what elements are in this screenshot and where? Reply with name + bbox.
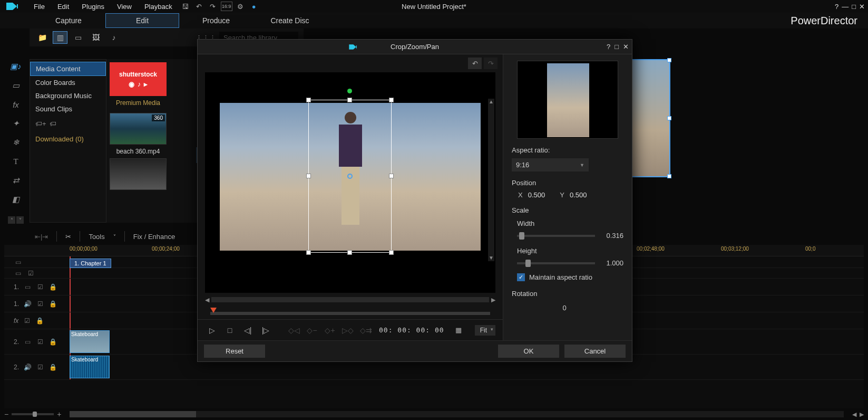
import-icon[interactable]: 📁 [35,31,50,44]
crop-handle-bl[interactable] [306,250,311,255]
maintain-aspect-checkbox[interactable]: ✓ [517,273,525,281]
timecode[interactable]: 00: 00: 00: 00 [379,326,444,334]
aspect-ratio-badge[interactable]: 16:9 [221,2,232,11]
tab-capture[interactable]: Capture [32,14,105,27]
crop-rectangle[interactable] [308,100,392,253]
track-toggle-icon[interactable]: ▭ [14,269,22,278]
fix-enhance-button[interactable]: Fix / Enhance [133,233,175,241]
scissors-icon[interactable]: ✂ [65,233,71,241]
pip-room-icon[interactable]: ✦ [7,116,24,131]
play-icon[interactable]: ▷ [205,324,219,337]
scroll-left-icon[interactable]: ◀ [852,411,856,418]
lock-icon[interactable]: 🔒 [48,300,57,308]
tab-create-disc[interactable]: Create Disc [253,14,327,27]
collapse-up-icon[interactable]: ˄ [8,216,15,224]
kf-prev-icon[interactable]: ◇◁ [287,324,301,337]
visible-icon[interactable]: ☑ [36,338,44,346]
text-room-icon[interactable]: T [7,154,24,169]
timeline-clip-audio[interactable]: Skateboard [70,356,110,378]
cat-media-content[interactable]: Media Content [30,62,106,76]
menu-plugins[interactable]: Plugins [76,2,110,12]
audio-filter-icon[interactable]: ♪ [106,31,121,44]
lock-icon[interactable]: 🔒 [48,283,57,291]
kf-copy-icon[interactable]: ◇⇉ [359,324,373,337]
menu-file[interactable]: File [28,2,50,12]
visible-icon[interactable]: ☑ [36,300,44,308]
menu-playback[interactable]: Playback [139,2,178,12]
save-icon[interactable]: 🖫 [180,2,191,11]
pos-y-value[interactable]: 0.500 [570,191,587,199]
close-icon[interactable]: ✕ [859,3,865,11]
safezone-icon[interactable]: ▦ [452,324,465,337]
timeline-scrollbar[interactable] [70,411,844,417]
tag-add-icon[interactable]: 🏷+ [35,120,46,128]
handle-tr[interactable] [667,58,671,62]
dialog-close-icon[interactable]: ✕ [623,43,629,51]
lock-icon[interactable]: 🔒 [35,317,44,325]
editor-seekbar[interactable] [205,308,495,319]
prev-frame-icon[interactable]: ◁| [241,324,255,337]
pos-x-value[interactable]: 0.500 [528,191,545,199]
kf-remove-icon[interactable]: ◇− [305,324,319,337]
dialog-maximize-icon[interactable]: □ [615,43,619,51]
cat-sound-clips[interactable]: Sound Clips [30,102,106,116]
tools-dropdown[interactable]: Tools [89,233,104,241]
editor-hscroll[interactable]: ◀▶ [205,295,495,304]
height-value[interactable]: 1.000 [600,259,623,267]
handle-br[interactable] [667,174,671,178]
dialog-titlebar[interactable]: Crop/Zoom/Pan ? □ ✕ [198,40,632,54]
zoom-slider[interactable] [12,413,54,415]
dialog-help-icon[interactable]: ? [607,43,610,51]
zoom-fit-dropdown[interactable]: Fit [475,325,495,336]
undo-icon[interactable]: ↶ [193,2,205,11]
maximize-icon[interactable]: □ [852,3,856,11]
shutterstock-tile[interactable]: shutterstock ◉ ♪ ▸ [110,62,167,96]
editor-vscroll[interactable]: ▲▼ [488,99,494,261]
rotate-handle[interactable] [347,89,352,93]
rotation-value[interactable]: 0 [533,302,596,314]
premium-media-label[interactable]: Premium Media [110,96,167,113]
redo-icon[interactable]: ↷ [207,2,219,11]
audio-room-icon[interactable]: ◧ [7,192,24,207]
reset-button[interactable]: Reset [204,345,265,358]
settings-icon[interactable]: ⚙ [235,2,246,11]
media-thumb-2[interactable] [110,158,167,190]
scroll-right-icon[interactable]: ▶ [860,411,864,418]
width-value[interactable]: 0.316 [600,232,623,240]
crop-handle-tl[interactable] [306,98,311,102]
media-thumb[interactable]: 360 [110,113,167,145]
zoom-out-icon[interactable]: − [4,410,8,418]
fx-room-icon[interactable]: fx [7,97,24,112]
crop-canvas[interactable]: ▲▼ [205,72,495,293]
zoom-in-icon[interactable]: + [57,410,61,418]
cancel-button[interactable]: Cancel [564,345,626,358]
crop-handle-br[interactable] [389,250,394,255]
stop-icon[interactable]: □ [223,324,237,337]
split-align-icon[interactable]: ⇤|⇥ [35,233,48,241]
editor-redo-icon[interactable]: ↷ [484,58,498,69]
crop-handle-rm[interactable] [389,174,394,178]
chapter-marker[interactable]: 1. Chapter 1 [70,259,111,268]
checkbox-icon[interactable]: ☑ [26,269,35,278]
collapse-down-icon[interactable]: ˅ [16,216,24,224]
menu-edit[interactable]: Edit [52,2,74,12]
transition-room-icon[interactable]: ⇄ [7,173,24,188]
cat-color-boards[interactable]: Color Boards [30,76,106,89]
height-slider[interactable] [517,262,595,264]
visible-icon[interactable]: ☑ [23,317,31,325]
handle-rm[interactable] [667,116,671,120]
list-view-icon[interactable]: ▭ [71,31,85,44]
tag-remove-icon[interactable]: 🏷 [50,120,56,128]
media-room-icon[interactable]: ▣♪ [7,59,24,74]
timeline-clip-video[interactable]: Skateboard [70,330,110,353]
crop-handle-tm[interactable] [347,98,352,102]
tab-edit[interactable]: Edit [105,13,179,28]
next-frame-icon[interactable]: |▷ [259,324,272,337]
kf-next-icon[interactable]: ▷◇ [341,324,355,337]
editor-undo-icon[interactable]: ↶ [468,58,482,69]
downloaded-link[interactable]: Downloaded (0) [30,132,106,146]
kf-add-icon[interactable]: ◇+ [323,324,337,337]
minimize-icon[interactable]: — [842,3,849,11]
image-filter-icon[interactable]: 🖼 [89,31,103,44]
visible-icon[interactable]: ☑ [36,283,44,291]
